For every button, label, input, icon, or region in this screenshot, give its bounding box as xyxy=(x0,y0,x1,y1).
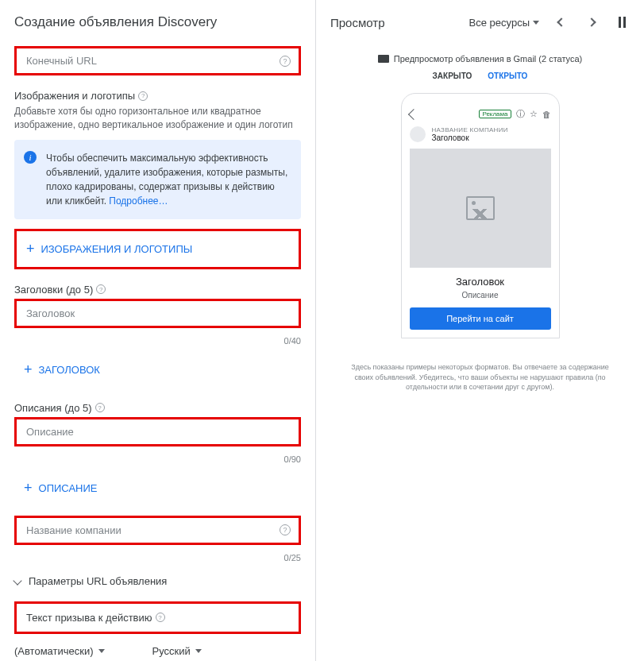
images-label: Изображения и логотипы ? xyxy=(14,90,301,102)
url-params-expander[interactable]: Параметры URL объявления xyxy=(14,569,301,593)
info-banner: Чтобы обеспечить максимальную эффективно… xyxy=(14,140,301,219)
page-title: Создание объявления Discovery xyxy=(14,14,301,30)
pause-icon xyxy=(619,17,626,28)
help-icon[interactable]: ? xyxy=(138,91,148,101)
preview-disclaimer: Здесь показаны примеры некоторых формато… xyxy=(330,362,630,392)
chevron-left-icon xyxy=(557,17,565,26)
info-icon[interactable]: ⓘ xyxy=(516,108,525,120)
ad-badge: Реклама xyxy=(479,110,511,118)
chevron-down-icon xyxy=(98,649,105,653)
add-headline-button[interactable]: + ЗАГОЛОВОК xyxy=(14,352,301,388)
add-description-button[interactable]: + ОПИСАНИЕ xyxy=(14,470,301,506)
tab-open[interactable]: ОТКРЫТО xyxy=(488,72,527,80)
description-counter: 0/90 xyxy=(14,454,301,464)
ad-description: Описание xyxy=(410,291,551,300)
ad-headline-large: Заголовок xyxy=(410,276,551,288)
description-field[interactable] xyxy=(14,417,301,446)
avatar xyxy=(410,126,426,142)
company-counter: 0/25 xyxy=(14,553,301,562)
plus-icon: + xyxy=(26,241,35,257)
next-button[interactable] xyxy=(584,14,600,30)
tab-closed[interactable]: ЗАКРЫТО xyxy=(433,72,472,80)
chevron-down-icon xyxy=(13,576,21,585)
help-icon[interactable]: ? xyxy=(280,524,291,535)
help-icon[interactable]: ? xyxy=(96,284,106,294)
back-icon[interactable] xyxy=(407,108,418,119)
company-field[interactable]: ? xyxy=(14,516,301,545)
company-input[interactable] xyxy=(26,524,289,536)
form-panel: Создание объявления Discovery ? Изображе… xyxy=(0,0,316,661)
headline-input[interactable] xyxy=(26,307,289,319)
chevron-down-icon xyxy=(533,21,539,25)
help-icon[interactable]: ? xyxy=(95,403,105,412)
description-input[interactable] xyxy=(26,426,289,438)
image-icon xyxy=(466,196,495,220)
final-url-input[interactable] xyxy=(26,55,289,67)
chevron-right-icon xyxy=(587,17,596,26)
final-url-field[interactable]: ? xyxy=(14,46,301,75)
ad-company-label: НАЗВАНИЕ КОМПАНИИ xyxy=(432,126,508,133)
plus-icon: + xyxy=(24,361,33,378)
learn-more-link[interactable]: Подробнее… xyxy=(109,195,168,207)
preview-panel: Просмотр Все ресурсы Предпросмотр объявл… xyxy=(316,0,644,661)
descriptions-label: Описания (до 5) ? xyxy=(14,402,301,414)
plus-icon: + xyxy=(24,480,33,497)
image-placeholder xyxy=(410,149,551,268)
star-icon[interactable]: ☆ xyxy=(530,109,538,119)
help-icon[interactable]: ? xyxy=(280,56,291,67)
cta-button[interactable]: Перейти на сайт xyxy=(410,307,551,330)
headlines-label: Заголовки (до 5) ? xyxy=(14,284,301,296)
headline-field[interactable] xyxy=(14,299,301,328)
preview-caption: Предпросмотр объявления в Gmail (2 стату… xyxy=(330,54,630,64)
cta-field[interactable]: Текст призыва к действию ? xyxy=(14,601,301,634)
ad-headline-small: Заголовок xyxy=(432,133,508,142)
add-images-button[interactable]: + ИЗОБРАЖЕНИЯ И ЛОГОТИПЫ xyxy=(14,229,301,269)
help-icon[interactable]: ? xyxy=(156,613,165,622)
preview-tabs: ЗАКРЫТО ОТКРЫТО xyxy=(330,72,630,80)
preview-title: Просмотр xyxy=(330,16,385,29)
images-sublabel: Добавьте хотя бы одно горизонтальное или… xyxy=(14,105,301,132)
language-dropdown[interactable]: Русский xyxy=(152,645,202,657)
pause-button[interactable] xyxy=(614,14,630,30)
prev-button[interactable] xyxy=(553,14,569,30)
chevron-down-icon xyxy=(195,649,202,653)
cta-auto-dropdown[interactable]: (Автоматически) xyxy=(14,645,105,657)
phone-mockup: Реклама ⓘ ☆ 🗑 НАЗВАНИЕ КОМПАНИИ Заголово… xyxy=(401,93,560,338)
resources-dropdown[interactable]: Все ресурсы xyxy=(469,17,539,29)
trash-icon[interactable]: 🗑 xyxy=(542,110,551,119)
headline-counter: 0/40 xyxy=(14,336,301,346)
mail-icon xyxy=(378,55,389,63)
